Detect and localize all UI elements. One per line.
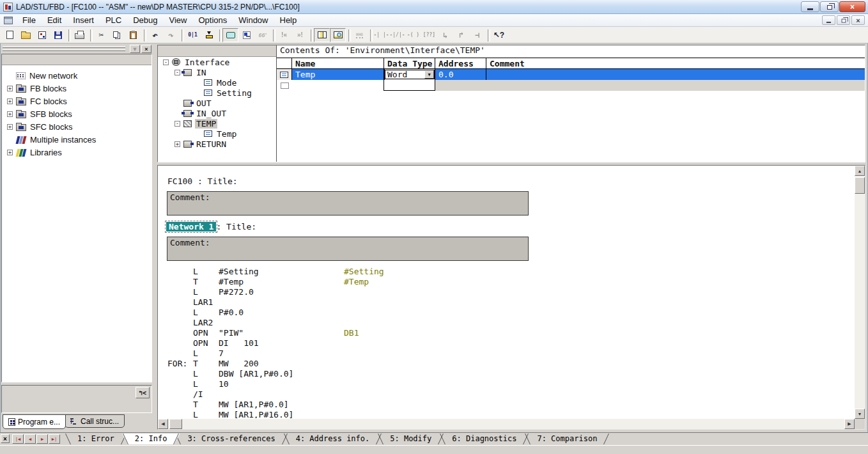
interface-node-temp[interactable]: - TEMP bbox=[158, 118, 276, 129]
column-header-data-type[interactable]: Data Type bbox=[384, 58, 435, 69]
tab-info[interactable]: 2: Info bbox=[122, 434, 180, 444]
tab-address-info[interactable]: 4: Address info. bbox=[283, 434, 383, 444]
dock-close-button[interactable]: × bbox=[141, 45, 151, 53]
rung-end-button[interactable]: ⊣ bbox=[469, 28, 485, 42]
goto-location-button[interactable]: ↰< bbox=[136, 387, 150, 398]
expander-icon[interactable]: - bbox=[174, 121, 180, 127]
code-line[interactable]: LAR1 bbox=[159, 297, 854, 308]
interface-node-temp-var[interactable]: Temp bbox=[158, 129, 276, 139]
vertical-scrollbar[interactable]: ▲ ▼ bbox=[855, 166, 865, 419]
copy-button[interactable] bbox=[109, 28, 125, 42]
network-badge[interactable]: Network 1 bbox=[166, 222, 216, 231]
menu-window[interactable]: Window bbox=[233, 14, 274, 26]
cell-comment[interactable] bbox=[486, 69, 865, 80]
download-button[interactable] bbox=[201, 28, 217, 42]
horizontal-scrollbar[interactable]: ◀ ▶ bbox=[158, 419, 855, 429]
scroll-up-button[interactable]: ▲ bbox=[855, 166, 865, 176]
undo-button[interactable]: ↶ bbox=[147, 28, 163, 42]
new-button[interactable] bbox=[2, 28, 18, 42]
dropdown-arrow-icon[interactable]: ▼ bbox=[424, 70, 434, 79]
open-button[interactable] bbox=[18, 28, 34, 42]
data-type-dropdown[interactable]: Word ▼ bbox=[385, 70, 435, 79]
prev-message-button[interactable]: ◀ bbox=[24, 434, 36, 444]
code-line[interactable]: L 10 bbox=[159, 379, 854, 389]
close-output-bar-button[interactable]: × bbox=[1, 434, 10, 443]
expander-icon[interactable]: + bbox=[7, 98, 13, 104]
code-line[interactable]: L P#272.0 bbox=[159, 287, 854, 297]
code-editor[interactable]: FC100 : Title: Comment: Network 1: Title… bbox=[157, 165, 865, 430]
menu-file[interactable]: File bbox=[17, 14, 42, 26]
menu-insert[interactable]: Insert bbox=[67, 14, 100, 26]
code-line[interactable]: L MW [AR1,P#16.0] bbox=[159, 410, 854, 418]
interface-node-in-out[interactable]: IN_OUT bbox=[158, 108, 276, 118]
column-header-comment[interactable]: Comment bbox=[486, 58, 865, 69]
cut-button[interactable]: ✂ bbox=[93, 28, 109, 42]
declaration-row-temp[interactable]: Temp Word ▼ 0.0 bbox=[277, 69, 865, 80]
dock-grip[interactable]: ▼ × bbox=[1, 45, 152, 53]
interface-node-out[interactable]: OUT bbox=[158, 98, 276, 108]
interface-node-root[interactable]: - Interface bbox=[158, 57, 276, 67]
menu-debug[interactable]: Debug bbox=[127, 14, 163, 26]
last-message-button[interactable]: ▶| bbox=[49, 434, 60, 444]
menu-options[interactable]: Options bbox=[192, 14, 233, 26]
expander-icon[interactable]: + bbox=[7, 86, 13, 91]
interface-node-in[interactable]: - IN bbox=[158, 67, 276, 77]
next-error-button[interactable]: »! bbox=[292, 28, 308, 42]
declaration-view-button[interactable] bbox=[222, 28, 238, 42]
empty-declaration-row[interactable] bbox=[277, 80, 865, 91]
menu-view[interactable]: View bbox=[163, 14, 192, 26]
first-message-button[interactable]: |◀ bbox=[12, 434, 24, 444]
dock-menu-button[interactable]: ▼ bbox=[130, 45, 140, 53]
column-header-name[interactable]: Name bbox=[292, 58, 384, 69]
code-line[interactable]: L P#0.0 bbox=[159, 308, 854, 318]
tree-item-new-network[interactable]: New network bbox=[2, 69, 151, 82]
overview-toggle-button[interactable] bbox=[314, 28, 330, 42]
tab-program-elements[interactable]: Program e... bbox=[3, 414, 66, 429]
next-message-button[interactable]: ▶ bbox=[36, 434, 48, 444]
close-branch-button[interactable]: ↱ bbox=[453, 28, 469, 42]
contact-no-button[interactable]: -| |- bbox=[373, 28, 389, 42]
tree-item-sfc-blocks[interactable]: + SFC blocks bbox=[2, 120, 151, 133]
restore-button[interactable] bbox=[820, 1, 839, 12]
vertical-scroll-thumb[interactable] bbox=[855, 177, 865, 194]
code-line[interactable]: FOR: T MW 200 bbox=[159, 359, 854, 369]
code-line[interactable]: L #Setting #Setting bbox=[159, 267, 854, 277]
block-title-line[interactable]: FC100 : Title: bbox=[167, 176, 854, 186]
tab-cross-references[interactable]: 3: Cross-references bbox=[174, 434, 288, 444]
column-header-address[interactable]: Address bbox=[435, 58, 486, 69]
empty-box-button[interactable]: [??] bbox=[421, 28, 437, 42]
code-line[interactable]: L 7 bbox=[159, 348, 854, 359]
tree-item-libraries[interactable]: + Libraries bbox=[2, 146, 151, 159]
contact-nc-button[interactable]: -|/|- bbox=[389, 28, 405, 42]
tab-error[interactable]: 1: Error bbox=[65, 434, 127, 444]
menu-edit[interactable]: Edit bbox=[42, 14, 67, 26]
help-pointer-button[interactable]: ↖? bbox=[491, 28, 507, 42]
tree-item-sfb-blocks[interactable]: + SFB blocks bbox=[2, 107, 151, 120]
tree-item-fc-blocks[interactable]: + FC blocks bbox=[2, 95, 151, 107]
minimize-button[interactable] bbox=[801, 1, 819, 12]
interface-node-mode[interactable]: Mode bbox=[158, 77, 276, 88]
expander-icon[interactable]: - bbox=[163, 59, 169, 65]
mdi-restore-button[interactable] bbox=[837, 15, 850, 25]
interface-node-setting[interactable]: Setting bbox=[158, 88, 276, 98]
code-line[interactable]: OPN "PIW" DB1 bbox=[159, 328, 854, 338]
code-line[interactable]: OPN DI 101 bbox=[159, 338, 854, 348]
horizontal-scroll-thumb[interactable] bbox=[169, 419, 182, 429]
tree-item-fb-blocks[interactable]: + FB blocks bbox=[2, 82, 151, 95]
close-button[interactable]: × bbox=[839, 1, 865, 12]
menu-help[interactable]: Help bbox=[274, 14, 303, 26]
tab-call-structure[interactable]: Call struc... bbox=[65, 414, 125, 428]
scroll-right-button[interactable]: ▶ bbox=[844, 419, 855, 429]
open-branch-button[interactable]: ↳ bbox=[437, 28, 453, 42]
tab-modify[interactable]: 5: Modify bbox=[377, 434, 444, 444]
code-line[interactable]: T #Temp #Temp bbox=[159, 277, 854, 287]
code-line[interactable]: LAR2 bbox=[159, 318, 854, 328]
block-comment-box[interactable]: Comment: bbox=[167, 191, 529, 215]
mdi-minimize-button[interactable] bbox=[822, 15, 835, 25]
code-line[interactable]: /I bbox=[159, 389, 854, 400]
tree-item-multiple-instances[interactable]: Multiple instances bbox=[2, 133, 151, 146]
code-line[interactable]: T MW [AR1,P#0.0] bbox=[159, 400, 854, 410]
previous-error-button[interactable]: !« bbox=[276, 28, 292, 42]
interface-node-return[interactable]: + RETURN bbox=[158, 139, 276, 149]
detail-view-toggle-button[interactable] bbox=[330, 28, 346, 42]
